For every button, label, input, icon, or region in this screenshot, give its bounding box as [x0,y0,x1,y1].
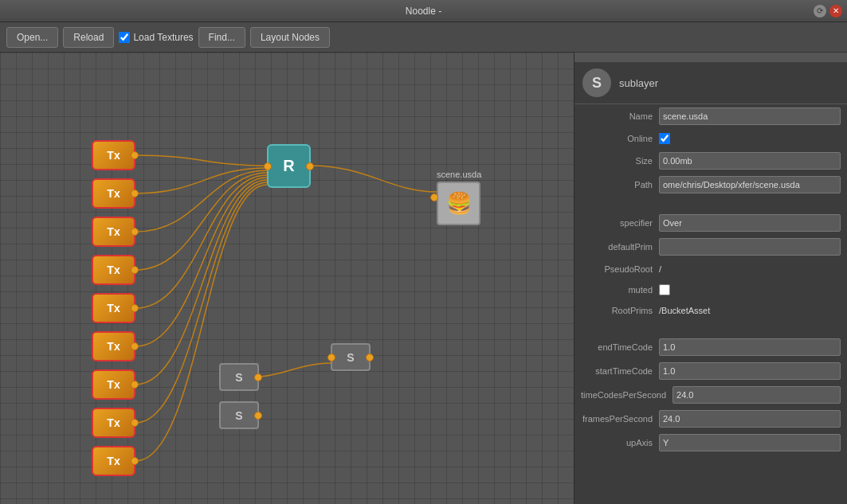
field-input-specifier[interactable] [659,214,841,232]
r-node[interactable]: R [267,144,311,188]
restore-button[interactable]: ⟳ [814,5,826,18]
field-label-size: Size [581,156,653,166]
panel-header: S sublayer [574,62,847,104]
tx-node-6[interactable]: Tx [92,331,135,361]
scene-node-label: scene.usda [437,170,481,179]
scene-node-box[interactable]: 🍔 [437,182,480,225]
field-text-pseudoroot: / [659,264,661,274]
scene-node-input[interactable] [430,193,438,201]
tx-node-5[interactable]: Tx [92,293,135,323]
titlebar: Noodle - ⟳ ✕ [0,0,847,22]
field-row-name: Name [574,104,847,128]
load-textures-checkbox-label[interactable]: Load Textures [119,32,193,43]
tx-node-7-output[interactable] [131,381,139,389]
window-title: Noodle - [406,6,441,17]
field-row-path: Path [574,173,847,197]
toolbar: Open... Reload Load Textures Find... Lay… [0,22,847,53]
field-text-rootprims: /BucketAsset [659,306,710,315]
s-node-1-output[interactable] [254,373,262,381]
s-node-3[interactable]: S [331,343,371,371]
scene-node[interactable]: scene.usda 🍔 [437,170,481,225]
tx-node-7-label: Tx [107,378,120,391]
tx-node-1-output[interactable] [131,151,139,159]
field-row-endtimecode: endTimeCode [574,335,847,359]
s-node-1-label: S [235,371,242,384]
right-panel[interactable]: S sublayer Name Online Size Path specifi… [574,53,847,504]
field-input-path[interactable] [659,176,841,193]
tx-node-4-output[interactable] [131,266,139,274]
tx-node-2[interactable]: Tx [92,178,135,209]
field-label-online: Online [581,134,653,143]
tx-node-5-output[interactable] [131,304,139,312]
open-button[interactable]: Open... [6,27,58,48]
field-input-upaxis[interactable] [659,434,841,451]
field-row-upaxis: upAxis [574,431,847,455]
field-input-framespersecond[interactable] [659,410,841,428]
layout-nodes-button[interactable]: Layout Nodes [250,27,330,48]
field-row-pseudoroot: PseudoRoot / [574,259,847,279]
s-node-1[interactable]: S [219,363,259,391]
field-input-timecodespersecond[interactable] [673,386,841,404]
tx-node-2-label: Tx [107,187,120,200]
field-input-defaultprim[interactable] [659,238,841,256]
field-input-size[interactable] [659,152,841,170]
s-node-3-label: S [347,351,354,364]
field-input-starttimecode[interactable] [659,362,841,380]
field-row-muted: muted [574,279,847,300]
field-row-starttimecode: startTimeCode [574,359,847,383]
s-node-3-input[interactable] [327,354,335,361]
field-divider-1 [574,200,847,208]
panel-scrollbar-top [574,53,847,62]
find-button[interactable]: Find... [198,27,245,48]
tx-node-4-label: Tx [107,264,120,276]
field-row-rootprims: RootPrims /BucketAsset [574,300,847,321]
s-node-2[interactable]: S [219,401,259,429]
panel-avatar: S [582,68,611,97]
close-button[interactable]: ✕ [829,5,842,18]
field-label-path: Path [581,180,653,189]
field-label-starttimecode: startTimeCode [581,366,653,376]
load-textures-label: Load Textures [133,32,193,43]
r-node-input[interactable] [264,162,272,170]
field-label-specifier: specifier [581,218,653,228]
tx-node-3-output[interactable] [131,228,139,236]
tx-node-6-output[interactable] [131,342,139,350]
tx-node-3-label: Tx [107,225,120,238]
tx-node-9-label: Tx [107,455,120,467]
wires-svg [0,53,574,504]
tx-node-1[interactable]: Tx [92,140,135,170]
field-input-name[interactable] [659,107,841,125]
field-checkbox-online[interactable] [659,133,670,144]
field-label-muted: muted [581,285,653,295]
tx-node-9[interactable]: Tx [92,446,135,476]
tx-node-3[interactable]: Tx [92,217,135,247]
s-node-2-output[interactable] [254,412,262,420]
tx-node-8-label: Tx [107,416,120,429]
tx-node-8[interactable]: Tx [92,408,135,438]
s-node-3-output[interactable] [366,354,374,361]
field-label-name: Name [581,111,653,121]
field-row-defaultprim: defaultPrim [574,235,847,259]
field-label-endtimecode: endTimeCode [581,342,653,352]
tx-node-9-output[interactable] [131,457,139,465]
field-row-timecodespersecond: timeCodesPerSecond [574,383,847,407]
tx-node-2-output[interactable] [131,189,139,197]
tx-node-1-label: Tx [107,149,120,162]
tx-node-7[interactable]: Tx [92,369,135,400]
tx-node-8-output[interactable] [131,419,139,427]
field-label-framespersecond: framesPerSecond [581,414,653,424]
field-row-framespersecond: framesPerSecond [574,407,847,431]
field-input-endtimecode[interactable] [659,338,841,356]
r-node-output[interactable] [306,162,314,170]
field-checkbox-muted[interactable] [659,284,670,295]
field-label-upaxis: upAxis [581,438,653,447]
field-row-specifier: specifier [574,211,847,235]
node-canvas[interactable]: Tx Tx Tx Tx Tx Tx Tx Tx [0,53,574,504]
s-node-2-label: S [235,409,242,422]
r-node-label: R [283,157,294,175]
tx-node-4[interactable]: Tx [92,255,135,285]
main-content: Tx Tx Tx Tx Tx Tx Tx Tx [0,53,847,504]
field-row-online: Online [574,128,847,149]
load-textures-checkbox[interactable] [119,32,130,43]
reload-button[interactable]: Reload [63,27,114,48]
